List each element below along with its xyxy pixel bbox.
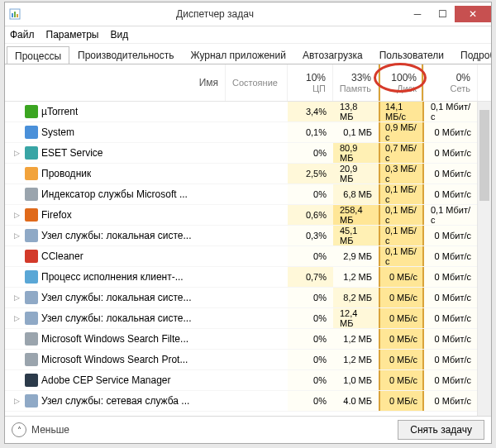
app-icon — [25, 291, 38, 304]
app-icon — [25, 312, 38, 325]
memory-cell: 12,4 МБ — [333, 308, 379, 328]
network-cell: 0 Мбит/с — [424, 391, 478, 411]
cpu-cell: 0,6% — [288, 205, 333, 225]
col-header-name[interactable]: Имя — [5, 64, 226, 101]
fewer-details-button[interactable]: ˄ Меньше — [12, 422, 69, 437]
process-state — [226, 246, 288, 266]
table-row[interactable]: System0,1%0,1 МБ0,9 МБ/с0 Мбит/с — [5, 122, 491, 143]
maximize-button[interactable]: ☐ — [430, 6, 455, 22]
table-row[interactable]: Microsoft Windows Search Filte...0%1,2 М… — [5, 329, 491, 350]
menu-bar: Файл Параметры Вид — [5, 26, 491, 44]
task-manager-window: Диспетчер задач ─ ☐ ✕ Файл Параметры Вид… — [4, 2, 492, 444]
process-state — [226, 184, 288, 204]
process-name: System — [41, 126, 74, 138]
network-cell: 0 Мбит/с — [424, 143, 478, 163]
process-name: Процесс исполнения клиент-... — [41, 271, 184, 283]
expand-icon[interactable]: ▷ — [12, 314, 21, 322]
tab-3[interactable]: Автозагрузка — [294, 45, 371, 64]
process-name: Проводник — [41, 168, 91, 179]
app-icon — [5, 8, 25, 20]
process-state — [226, 267, 288, 287]
table-row[interactable]: ▷Узел службы: локальная систе...0%12,4 М… — [5, 308, 491, 329]
col-header-cpu[interactable]: 10%ЦП — [288, 64, 333, 101]
app-icon — [25, 188, 38, 201]
network-cell: 0 Мбит/с — [424, 308, 478, 328]
process-name: Узел службы: локальная систе... — [41, 312, 192, 324]
disk-cell: 0,9 МБ/с — [379, 122, 424, 142]
network-cell: 0 Мбит/с — [424, 226, 478, 245]
disk-cell: 0,7 МБ/с — [379, 143, 424, 163]
table-row[interactable]: ▷Firefox0,6%258,4 МБ0,1 МБ/с0,1 Мбит/с — [5, 205, 491, 226]
tab-4[interactable]: Пользователи — [371, 45, 452, 64]
col-header-memory[interactable]: 33%Память — [333, 64, 379, 101]
cpu-cell: 0% — [288, 329, 333, 349]
tab-1[interactable]: Производительность — [69, 45, 182, 64]
tab-0[interactable]: Процессы — [7, 46, 69, 64]
tab-2[interactable]: Журнал приложений — [183, 45, 294, 64]
menu-file[interactable]: Файл — [10, 29, 35, 41]
table-row[interactable]: ▷ESET Service0%80,9 МБ0,7 МБ/с0 Мбит/с — [5, 143, 491, 164]
app-icon — [25, 229, 38, 242]
disk-cell: 0,1 МБ/с — [379, 246, 424, 266]
app-icon — [25, 250, 38, 263]
memory-cell: 6,8 МБ — [333, 184, 379, 204]
col-header-disk[interactable]: 100%Диск — [379, 64, 424, 101]
expand-icon[interactable]: ▷ — [12, 293, 21, 302]
cpu-cell: 0% — [288, 184, 333, 204]
table-row[interactable]: CCleaner0%2,9 МБ0,1 МБ/с0 Мбит/с — [5, 246, 491, 267]
network-cell: 0 Мбит/с — [424, 288, 478, 307]
app-icon — [25, 146, 38, 160]
process-name: Adobe CEP Service Manager — [41, 374, 171, 386]
table-row[interactable]: Проводник2,5%20,9 МБ0,3 МБ/с0 Мбит/с — [5, 164, 491, 184]
table-row[interactable]: ▷Узел службы: локальная систе...0,3%45,1… — [5, 226, 491, 246]
network-cell: 0,1 Мбит/с — [424, 205, 478, 225]
minimize-button[interactable]: ─ — [405, 6, 430, 22]
table-row[interactable]: ▷Узел службы: локальная систе...0%8,2 МБ… — [5, 288, 491, 308]
expand-icon[interactable]: ▷ — [12, 231, 21, 240]
menu-view[interactable]: Вид — [110, 29, 128, 41]
cpu-cell: 0% — [288, 391, 333, 411]
scrollbar-thumb[interactable] — [479, 110, 489, 201]
network-cell: 0 Мбит/с — [424, 122, 478, 142]
table-row[interactable]: ▷Узел службы: сетевая служба ...0%4.0 МБ… — [5, 391, 491, 412]
app-icon — [25, 374, 38, 387]
network-cell: 0 Мбит/с — [424, 370, 478, 390]
menu-options[interactable]: Параметры — [46, 29, 99, 41]
table-row[interactable]: Процесс исполнения клиент-...0,7%1,2 МБ0… — [5, 267, 491, 288]
col-header-network[interactable]: 0%Сеть — [424, 64, 478, 101]
expand-icon[interactable]: ▷ — [12, 397, 21, 405]
disk-cell: 0 МБ/с — [379, 329, 424, 349]
table-row[interactable]: µTorrent3,4%13,8 МБ14,1 МБ/с0,1 Мбит/с — [5, 102, 491, 122]
disk-cell: 0 МБ/с — [379, 350, 424, 369]
process-name: ESET Service — [41, 147, 103, 159]
cpu-cell: 0% — [288, 308, 333, 328]
expand-icon[interactable]: ▷ — [12, 149, 21, 157]
memory-cell: 258,4 МБ — [333, 205, 379, 225]
table-row[interactable]: Microsoft Windows Search Prot...0%1,2 МБ… — [5, 350, 491, 370]
cpu-cell: 0% — [288, 246, 333, 266]
disk-cell: 0,1 МБ/с — [379, 226, 424, 245]
process-name: CCleaner — [41, 250, 83, 262]
table-row[interactable]: Индексатор службы Microsoft ...0%6,8 МБ0… — [5, 184, 491, 205]
expand-icon[interactable]: ▷ — [12, 211, 21, 219]
memory-cell: 20,9 МБ — [333, 164, 379, 183]
process-name: Firefox — [41, 209, 72, 221]
cpu-cell: 0% — [288, 288, 333, 307]
col-header-state[interactable]: Состояние — [226, 64, 288, 101]
cpu-cell: 0% — [288, 370, 333, 390]
disk-cell: 14,1 МБ/с — [379, 102, 424, 122]
title-bar[interactable]: Диспетчер задач ─ ☐ ✕ — [5, 2, 491, 26]
vertical-scrollbar[interactable] — [477, 102, 491, 416]
memory-cell: 2,9 МБ — [333, 246, 379, 266]
table-row[interactable]: Adobe CEP Service Manager0%1,0 МБ0 МБ/с0… — [5, 370, 491, 391]
disk-cell: 0,1 МБ/с — [379, 205, 424, 225]
network-cell: 0 Мбит/с — [424, 246, 478, 266]
end-task-button[interactable]: Снять задачу — [398, 420, 484, 440]
app-icon — [25, 332, 38, 346]
process-table-body: µTorrent3,4%13,8 МБ14,1 МБ/с0,1 Мбит/сSy… — [5, 102, 491, 416]
process-state — [226, 308, 288, 328]
app-icon — [25, 270, 38, 284]
tab-5[interactable]: Подробности — [452, 45, 491, 64]
close-button[interactable]: ✕ — [455, 6, 491, 22]
memory-cell: 1,2 МБ — [333, 350, 379, 369]
